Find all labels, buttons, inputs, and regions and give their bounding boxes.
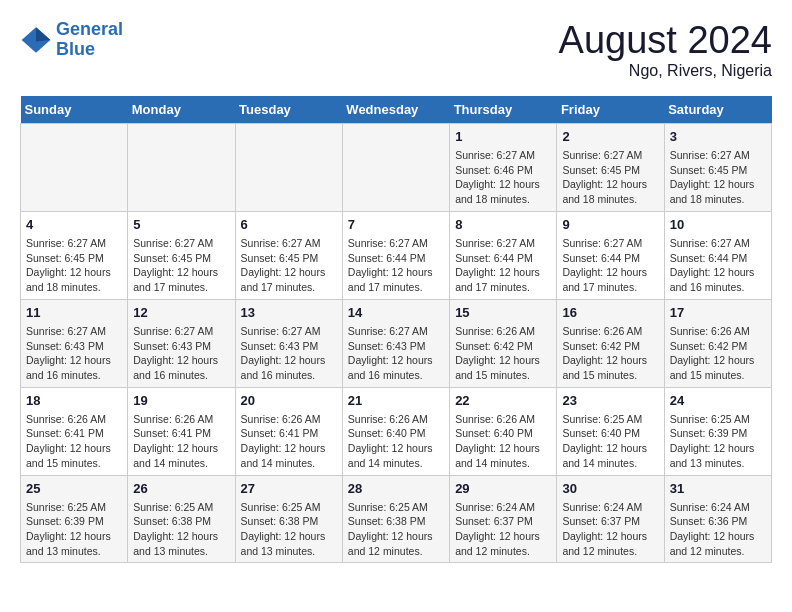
daylight-text: Daylight: 12 hours and 13 minutes. [241, 529, 337, 558]
sunset-text: Sunset: 6:42 PM [562, 339, 658, 354]
daylight-text: Daylight: 12 hours and 18 minutes. [455, 177, 551, 206]
sunrise-text: Sunrise: 6:25 AM [133, 500, 229, 515]
sunset-text: Sunset: 6:41 PM [241, 426, 337, 441]
daylight-text: Daylight: 12 hours and 14 minutes. [241, 441, 337, 470]
sunrise-text: Sunrise: 6:27 AM [670, 148, 766, 163]
day-number: 26 [133, 480, 229, 498]
calendar-cell: 24Sunrise: 6:25 AMSunset: 6:39 PMDayligh… [664, 387, 771, 475]
sunrise-text: Sunrise: 6:26 AM [455, 324, 551, 339]
sunset-text: Sunset: 6:42 PM [670, 339, 766, 354]
sunrise-text: Sunrise: 6:26 AM [348, 412, 444, 427]
sunset-text: Sunset: 6:45 PM [26, 251, 122, 266]
sunset-text: Sunset: 6:37 PM [455, 514, 551, 529]
daylight-text: Daylight: 12 hours and 17 minutes. [348, 265, 444, 294]
sunset-text: Sunset: 6:41 PM [133, 426, 229, 441]
day-number: 10 [670, 216, 766, 234]
calendar-cell: 8Sunrise: 6:27 AMSunset: 6:44 PMDaylight… [450, 211, 557, 299]
daylight-text: Daylight: 12 hours and 13 minutes. [26, 529, 122, 558]
main-title: August 2024 [559, 20, 772, 62]
calendar-cell: 12Sunrise: 6:27 AMSunset: 6:43 PMDayligh… [128, 299, 235, 387]
sunset-text: Sunset: 6:38 PM [348, 514, 444, 529]
calendar-cell [235, 123, 342, 211]
day-number: 16 [562, 304, 658, 322]
week-row-2: 4Sunrise: 6:27 AMSunset: 6:45 PMDaylight… [21, 211, 772, 299]
column-header-monday: Monday [128, 96, 235, 124]
sunrise-text: Sunrise: 6:27 AM [26, 236, 122, 251]
calendar-cell: 30Sunrise: 6:24 AMSunset: 6:37 PMDayligh… [557, 475, 664, 563]
daylight-text: Daylight: 12 hours and 13 minutes. [670, 441, 766, 470]
day-number: 1 [455, 128, 551, 146]
calendar-cell: 1Sunrise: 6:27 AMSunset: 6:46 PMDaylight… [450, 123, 557, 211]
daylight-text: Daylight: 12 hours and 15 minutes. [670, 353, 766, 382]
sunrise-text: Sunrise: 6:26 AM [133, 412, 229, 427]
day-number: 23 [562, 392, 658, 410]
daylight-text: Daylight: 12 hours and 12 minutes. [562, 529, 658, 558]
sunset-text: Sunset: 6:45 PM [133, 251, 229, 266]
sunset-text: Sunset: 6:36 PM [670, 514, 766, 529]
svg-marker-1 [36, 27, 50, 41]
sunrise-text: Sunrise: 6:24 AM [562, 500, 658, 515]
calendar-cell: 15Sunrise: 6:26 AMSunset: 6:42 PMDayligh… [450, 299, 557, 387]
sunset-text: Sunset: 6:43 PM [348, 339, 444, 354]
day-number: 21 [348, 392, 444, 410]
sunset-text: Sunset: 6:37 PM [562, 514, 658, 529]
calendar-cell: 17Sunrise: 6:26 AMSunset: 6:42 PMDayligh… [664, 299, 771, 387]
day-number: 3 [670, 128, 766, 146]
sunrise-text: Sunrise: 6:26 AM [241, 412, 337, 427]
sunset-text: Sunset: 6:39 PM [670, 426, 766, 441]
column-header-tuesday: Tuesday [235, 96, 342, 124]
calendar-cell: 21Sunrise: 6:26 AMSunset: 6:40 PMDayligh… [342, 387, 449, 475]
calendar-cell: 16Sunrise: 6:26 AMSunset: 6:42 PMDayligh… [557, 299, 664, 387]
daylight-text: Daylight: 12 hours and 12 minutes. [455, 529, 551, 558]
day-number: 28 [348, 480, 444, 498]
sunset-text: Sunset: 6:45 PM [562, 163, 658, 178]
daylight-text: Daylight: 12 hours and 17 minutes. [133, 265, 229, 294]
sunrise-text: Sunrise: 6:26 AM [562, 324, 658, 339]
daylight-text: Daylight: 12 hours and 16 minutes. [26, 353, 122, 382]
calendar-cell: 7Sunrise: 6:27 AMSunset: 6:44 PMDaylight… [342, 211, 449, 299]
daylight-text: Daylight: 12 hours and 17 minutes. [562, 265, 658, 294]
sunset-text: Sunset: 6:44 PM [455, 251, 551, 266]
day-number: 20 [241, 392, 337, 410]
sunset-text: Sunset: 6:46 PM [455, 163, 551, 178]
sunrise-text: Sunrise: 6:27 AM [455, 148, 551, 163]
daylight-text: Daylight: 12 hours and 14 minutes. [455, 441, 551, 470]
calendar-cell: 9Sunrise: 6:27 AMSunset: 6:44 PMDaylight… [557, 211, 664, 299]
day-number: 11 [26, 304, 122, 322]
sunset-text: Sunset: 6:43 PM [133, 339, 229, 354]
sunset-text: Sunset: 6:45 PM [241, 251, 337, 266]
sunrise-text: Sunrise: 6:26 AM [670, 324, 766, 339]
sunset-text: Sunset: 6:44 PM [562, 251, 658, 266]
sunrise-text: Sunrise: 6:27 AM [562, 148, 658, 163]
title-block: August 2024 Ngo, Rivers, Nigeria [559, 20, 772, 80]
calendar-cell: 27Sunrise: 6:25 AMSunset: 6:38 PMDayligh… [235, 475, 342, 563]
daylight-text: Daylight: 12 hours and 12 minutes. [670, 529, 766, 558]
subtitle: Ngo, Rivers, Nigeria [559, 62, 772, 80]
day-number: 22 [455, 392, 551, 410]
day-number: 29 [455, 480, 551, 498]
sunset-text: Sunset: 6:45 PM [670, 163, 766, 178]
day-number: 30 [562, 480, 658, 498]
daylight-text: Daylight: 12 hours and 17 minutes. [455, 265, 551, 294]
daylight-text: Daylight: 12 hours and 12 minutes. [348, 529, 444, 558]
column-header-thursday: Thursday [450, 96, 557, 124]
sunrise-text: Sunrise: 6:27 AM [455, 236, 551, 251]
day-number: 19 [133, 392, 229, 410]
sunrise-text: Sunrise: 6:25 AM [670, 412, 766, 427]
sunrise-text: Sunrise: 6:25 AM [562, 412, 658, 427]
daylight-text: Daylight: 12 hours and 18 minutes. [670, 177, 766, 206]
column-header-sunday: Sunday [21, 96, 128, 124]
daylight-text: Daylight: 12 hours and 13 minutes. [133, 529, 229, 558]
day-number: 5 [133, 216, 229, 234]
calendar-table: SundayMondayTuesdayWednesdayThursdayFrid… [20, 96, 772, 564]
day-number: 15 [455, 304, 551, 322]
daylight-text: Daylight: 12 hours and 15 minutes. [26, 441, 122, 470]
day-number: 6 [241, 216, 337, 234]
day-number: 2 [562, 128, 658, 146]
day-number: 25 [26, 480, 122, 498]
calendar-cell [128, 123, 235, 211]
logo-icon [20, 24, 52, 56]
calendar-cell: 14Sunrise: 6:27 AMSunset: 6:43 PMDayligh… [342, 299, 449, 387]
column-header-friday: Friday [557, 96, 664, 124]
day-number: 8 [455, 216, 551, 234]
